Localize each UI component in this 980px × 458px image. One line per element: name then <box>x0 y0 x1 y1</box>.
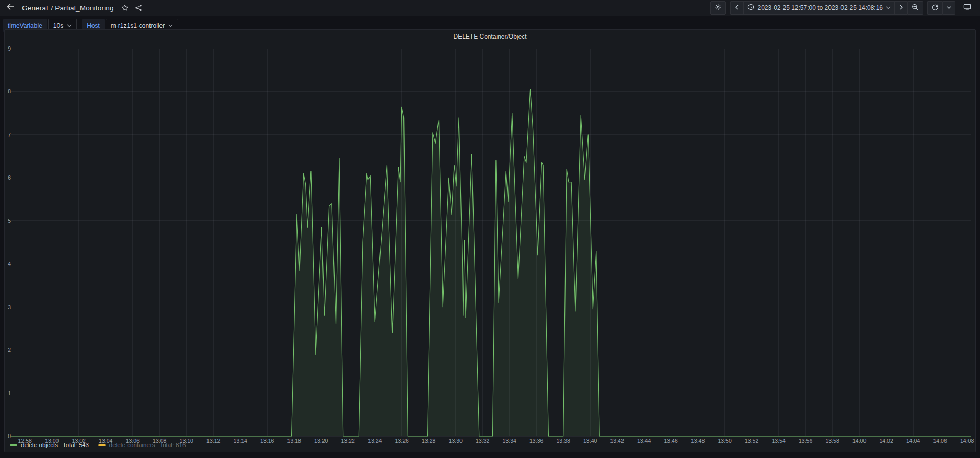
x-axis-tick-label: 13:34 <box>498 438 521 444</box>
time-shift-back-button[interactable] <box>730 1 743 15</box>
x-axis-tick-label: 13:24 <box>363 438 386 444</box>
chevron-down-icon <box>886 4 891 11</box>
x-axis-tick-label: 13:18 <box>283 438 306 444</box>
chart-legend: delete objects Total: 543 delete contain… <box>10 442 186 448</box>
y-axis-tick-label: 7 <box>5 132 11 138</box>
x-axis-tick-label: 13:36 <box>525 438 548 444</box>
x-axis-tick-label: 13:42 <box>606 438 629 444</box>
y-axis-tick-label: 1 <box>5 390 11 396</box>
monitor-icon <box>963 3 971 13</box>
x-axis-tick-label: 13:12 <box>202 438 225 444</box>
x-axis-tick-label: 13:14 <box>229 438 252 444</box>
magnifier-minus-icon <box>912 4 919 13</box>
y-axis-tick-label: 5 <box>5 218 11 224</box>
chart-svg <box>11 49 971 436</box>
y-axis-tick-label: 0 <box>5 433 11 439</box>
time-range-picker[interactable]: 2023-02-25 12:57:00 to 2023-02-25 14:08:… <box>743 1 894 15</box>
star-icon[interactable] <box>121 4 129 11</box>
x-axis-tick-label: 13:38 <box>552 438 575 444</box>
legend-item-delete-containers[interactable]: delete containers Total: 816 <box>98 442 186 448</box>
x-axis-tick-label: 13:54 <box>767 438 790 444</box>
chevron-down-icon <box>168 22 173 29</box>
refresh-group <box>927 1 955 15</box>
clock-icon <box>747 4 754 12</box>
y-axis-tick-label: 3 <box>5 304 11 310</box>
time-shift-forward-button[interactable] <box>894 1 907 15</box>
refresh-icon <box>931 4 939 13</box>
series-swatch <box>98 444 106 446</box>
chevron-right-icon <box>898 4 904 11</box>
timeseries-panel: DELETE Container/Object 0123456789 12:58… <box>4 29 976 452</box>
time-range-text: 2023-02-25 12:57:00 to 2023-02-25 14:08:… <box>757 4 883 11</box>
x-axis-tick-label: 13:22 <box>337 438 360 444</box>
top-nav-bar: General / Partial_Monitoring <box>0 0 980 16</box>
chevron-down-icon <box>67 22 72 29</box>
series-swatch <box>10 444 17 446</box>
breadcrumb-page[interactable]: / Partial_Monitoring <box>51 4 113 12</box>
breadcrumb: General / Partial_Monitoring <box>22 4 114 12</box>
series-total: Total: 816 <box>159 442 186 448</box>
chart-plot-area[interactable] <box>11 49 971 436</box>
x-axis-tick-label: 13:52 <box>740 438 763 444</box>
legend-item-delete-objects[interactable]: delete objects Total: 543 <box>10 442 89 448</box>
refresh-interval-dropdown[interactable] <box>942 1 955 15</box>
x-axis-tick-label: 13:50 <box>713 438 736 444</box>
x-axis-tick-label: 14:08 <box>955 438 978 444</box>
gear-icon <box>714 4 722 13</box>
x-axis-tick-label: 13:16 <box>256 438 279 444</box>
x-axis-tick-label: 14:00 <box>848 438 871 444</box>
series-total: Total: 543 <box>63 442 89 448</box>
series-name: delete objects <box>21 442 58 448</box>
arrow-left-icon <box>6 3 15 13</box>
x-axis-tick-label: 13:40 <box>579 438 602 444</box>
breadcrumb-section[interactable]: General <box>22 4 48 12</box>
zoom-out-time-button[interactable] <box>907 1 923 15</box>
panel-title[interactable]: DELETE Container/Object <box>5 33 975 40</box>
share-icon[interactable] <box>135 4 142 11</box>
x-axis-tick-label: 13:44 <box>632 438 655 444</box>
y-axis-tick-label: 2 <box>5 347 11 353</box>
y-axis-tick-label: 8 <box>5 88 11 95</box>
x-axis-tick-label: 14:06 <box>929 438 952 444</box>
x-axis-tick-label: 13:56 <box>794 438 817 444</box>
time-picker-group: 2023-02-25 12:57:00 to 2023-02-25 14:08:… <box>730 1 923 15</box>
variable-value-text: m-r1z1s1-controller <box>111 22 165 29</box>
chevron-down-icon <box>947 4 951 11</box>
x-axis-tick-label: 14:04 <box>902 438 925 444</box>
x-axis-tick-label: 14:02 <box>875 438 898 444</box>
back-button[interactable] <box>4 2 17 14</box>
x-axis-tick-label: 13:46 <box>660 438 683 444</box>
x-axis-tick-label: 13:26 <box>390 438 413 444</box>
y-axis-tick-label: 6 <box>5 174 11 181</box>
variable-value-text: 10s <box>53 22 63 29</box>
x-axis-tick-label: 13:30 <box>444 438 467 444</box>
refresh-button[interactable] <box>927 1 942 15</box>
x-axis-tick-label: 13:58 <box>821 438 844 444</box>
kiosk-mode-button[interactable] <box>960 1 975 15</box>
x-axis-tick-label: 13:28 <box>417 438 440 444</box>
x-axis-tick-label: 13:20 <box>309 438 332 444</box>
x-axis-tick-label: 13:48 <box>686 438 709 444</box>
chevron-left-icon <box>734 4 740 11</box>
dashboard-settings-button[interactable] <box>710 1 726 15</box>
x-axis-tick-label: 13:32 <box>471 438 494 444</box>
y-axis-tick-label: 9 <box>5 45 11 52</box>
series-name: delete containers <box>109 442 155 448</box>
y-axis-tick-label: 4 <box>5 261 11 267</box>
